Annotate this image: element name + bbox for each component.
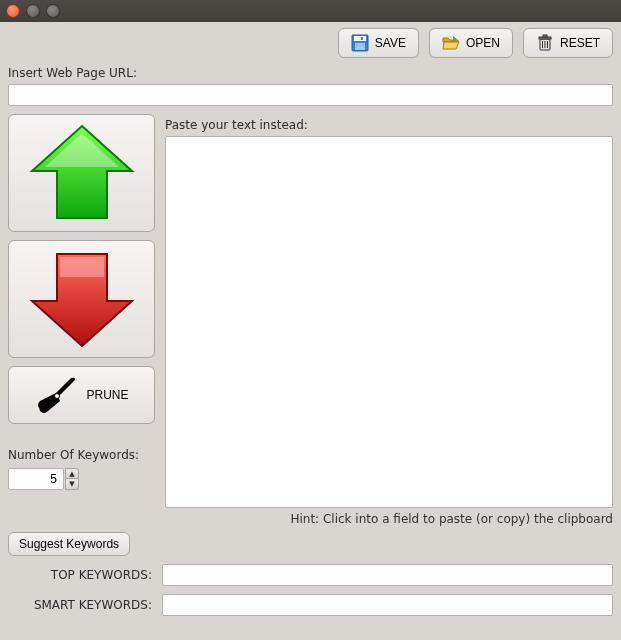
save-button-label: SAVE xyxy=(375,36,406,50)
window-close-button[interactable] xyxy=(6,4,20,18)
open-button-label: OPEN xyxy=(466,36,500,50)
pruning-shears-icon xyxy=(34,375,78,415)
window-maximize-button[interactable] xyxy=(46,4,60,18)
smart-keywords-input[interactable] xyxy=(162,594,613,616)
save-icon xyxy=(351,34,369,52)
window-titlebar xyxy=(0,0,621,22)
svg-rect-2 xyxy=(355,43,365,50)
suggest-keywords-button[interactable]: Suggest Keywords xyxy=(8,532,130,556)
url-label: Insert Web Page URL: xyxy=(8,66,613,80)
arrow-up-icon xyxy=(27,123,137,223)
hint-text: Hint: Click into a field to paste (or co… xyxy=(8,512,613,526)
down-arrow-button[interactable] xyxy=(8,240,155,358)
smart-keywords-label: SMART KEYWORDS: xyxy=(8,598,156,612)
save-button[interactable]: SAVE xyxy=(338,28,419,58)
reset-button[interactable]: RESET xyxy=(523,28,613,58)
svg-rect-1 xyxy=(354,36,366,41)
spinner-down-button[interactable]: ▼ xyxy=(65,479,79,490)
arrow-down-icon xyxy=(27,249,137,349)
svg-rect-3 xyxy=(361,37,363,40)
reset-button-label: RESET xyxy=(560,36,600,50)
top-keywords-label: TOP KEYWORDS: xyxy=(8,568,156,582)
main-toolbar: SAVE OPEN RESET xyxy=(8,28,613,58)
keyword-count-label: Number Of Keywords: xyxy=(8,448,155,462)
spinner-up-button[interactable]: ▲ xyxy=(65,468,79,479)
prune-button[interactable]: PRUNE xyxy=(8,366,155,424)
url-input[interactable] xyxy=(8,84,613,106)
svg-point-10 xyxy=(55,394,60,399)
paste-label: Paste your text instead: xyxy=(165,118,613,132)
paste-textarea[interactable] xyxy=(165,136,613,508)
up-arrow-button[interactable] xyxy=(8,114,155,232)
trash-icon xyxy=(536,34,554,52)
suggest-keywords-label: Suggest Keywords xyxy=(19,537,119,551)
top-keywords-input[interactable] xyxy=(162,564,613,586)
open-button[interactable]: OPEN xyxy=(429,28,513,58)
window-minimize-button[interactable] xyxy=(26,4,40,18)
keyword-count-input[interactable] xyxy=(8,468,64,490)
svg-rect-6 xyxy=(543,35,547,37)
prune-button-label: PRUNE xyxy=(86,388,128,402)
open-folder-icon xyxy=(442,34,460,52)
